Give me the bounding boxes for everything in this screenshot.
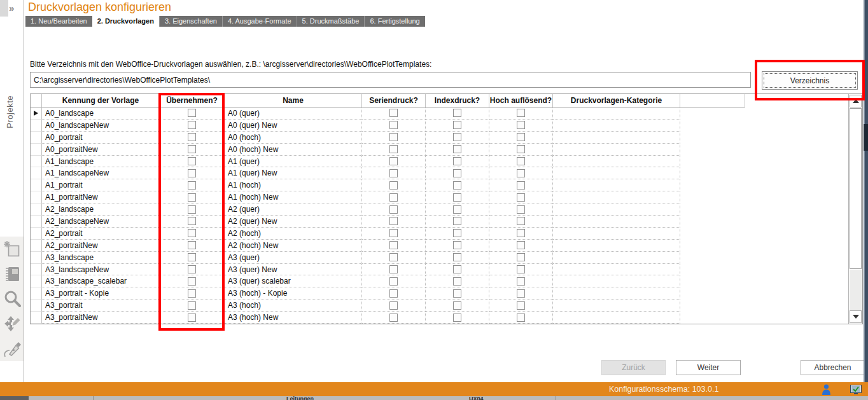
cell-seriendruck[interactable] (362, 191, 426, 203)
scrollbar-up-button[interactable] (850, 95, 862, 107)
uebernehmen-checkbox[interactable] (188, 181, 196, 190)
cell-kennung[interactable]: A1_landscape (42, 156, 160, 168)
cell-seriendruck[interactable] (362, 264, 426, 276)
column-header-uebernehmen[interactable]: Übernehmen? (160, 94, 225, 107)
row-selector-cell[interactable] (31, 144, 42, 156)
seriendruck-checkbox[interactable] (389, 314, 398, 322)
cell-hochaufloesend[interactable] (489, 275, 553, 287)
cell-indexdruck[interactable] (426, 144, 489, 156)
cell-kategorie[interactable] (553, 300, 680, 312)
cell-seriendruck[interactable] (362, 179, 426, 191)
cell-uebernehmen[interactable] (160, 203, 225, 216)
hochaufloesend-checkbox[interactable] (517, 205, 525, 214)
indexdruck-checkbox[interactable] (453, 157, 461, 165)
cell-uebernehmen[interactable] (160, 132, 225, 144)
cell-name[interactable]: A3 (quer) (225, 252, 362, 264)
column-header-name[interactable]: Name (225, 94, 362, 107)
table-row[interactable]: A2_portrait A2 (hoch) (31, 228, 848, 240)
table-row[interactable]: A0_portraitNew A0 (hoch) New (31, 144, 848, 156)
cell-indexdruck[interactable] (426, 156, 489, 168)
hochaufloesend-checkbox[interactable] (517, 301, 525, 310)
table-row[interactable]: A1_landscape A1 (quer) (31, 156, 848, 168)
monitor-check-icon[interactable] (850, 385, 862, 397)
expand-chevron-icon[interactable]: » (9, 3, 14, 13)
cell-uebernehmen[interactable] (160, 144, 225, 156)
row-selector-cell[interactable] (31, 132, 42, 144)
column-header-seriendruck[interactable]: Seriendruck? (362, 94, 426, 107)
verzeichnis-button[interactable]: Verzeichnis (762, 71, 858, 90)
cell-kennung[interactable]: A0_landscapeNew (42, 120, 160, 132)
cell-kennung[interactable]: A2_landscapeNew (42, 216, 160, 228)
hochaufloesend-checkbox[interactable] (517, 145, 525, 153)
move-edit-icon[interactable] (2, 313, 22, 334)
cell-seriendruck[interactable] (362, 240, 426, 252)
cell-indexdruck[interactable] (426, 275, 489, 287)
cell-hochaufloesend[interactable] (489, 240, 553, 252)
table-row[interactable]: A3_portrait - Kopie A3 (hoch) - Kopie (31, 287, 848, 300)
cell-indexdruck[interactable] (426, 264, 489, 276)
cell-kategorie[interactable] (553, 191, 680, 203)
cell-hochaufloesend[interactable] (489, 300, 553, 312)
uebernehmen-checkbox[interactable] (188, 193, 196, 202)
cell-seriendruck[interactable] (362, 107, 426, 120)
cell-indexdruck[interactable] (426, 287, 489, 300)
uebernehmen-checkbox[interactable] (188, 157, 196, 165)
template-directory-input[interactable] (30, 72, 751, 88)
cell-seriendruck[interactable] (362, 144, 426, 156)
cell-uebernehmen[interactable] (160, 264, 225, 276)
uebernehmen-checkbox[interactable] (188, 109, 196, 117)
cancel-button[interactable]: Abbrechen (801, 360, 865, 375)
seriendruck-checkbox[interactable] (389, 265, 398, 273)
cell-kategorie[interactable] (553, 264, 680, 276)
cell-uebernehmen[interactable] (160, 287, 225, 300)
column-header-kategorie[interactable]: Druckvorlagen-Kategorie (553, 94, 680, 107)
hochaufloesend-checkbox[interactable] (517, 253, 525, 261)
indexdruck-checkbox[interactable] (453, 241, 461, 249)
cell-seriendruck[interactable] (362, 156, 426, 168)
tab-2[interactable]: 2. Druckvorlagen (92, 16, 159, 27)
cell-name[interactable]: A2 (hoch) New (225, 240, 362, 252)
cell-uebernehmen[interactable] (160, 252, 225, 264)
cell-indexdruck[interactable] (426, 300, 489, 312)
hochaufloesend-checkbox[interactable] (517, 133, 525, 141)
cell-name[interactable]: A0 (quer) (225, 107, 362, 120)
cell-uebernehmen[interactable] (160, 216, 225, 228)
uebernehmen-checkbox[interactable] (188, 133, 196, 141)
cell-seriendruck[interactable] (362, 228, 426, 240)
table-row[interactable]: A2_landscape A2 (quer) (31, 203, 848, 216)
cell-name[interactable]: A3 (quer) New (225, 264, 362, 276)
cell-hochaufloesend[interactable] (489, 167, 553, 179)
seriendruck-checkbox[interactable] (389, 277, 398, 286)
cell-kategorie[interactable] (553, 275, 680, 287)
indexdruck-checkbox[interactable] (453, 229, 461, 237)
cell-indexdruck[interactable] (426, 252, 489, 264)
cell-name[interactable]: A1 (quer) New (225, 167, 362, 179)
cell-hochaufloesend[interactable] (489, 287, 553, 300)
cell-kategorie[interactable] (553, 312, 680, 324)
cell-kategorie[interactable] (553, 252, 680, 264)
row-selector-cell[interactable] (31, 228, 42, 240)
row-selector-cell[interactable] (31, 203, 42, 216)
cell-indexdruck[interactable] (426, 203, 489, 216)
hochaufloesend-checkbox[interactable] (517, 289, 525, 298)
cell-indexdruck[interactable] (426, 120, 489, 132)
cell-uebernehmen[interactable] (160, 191, 225, 203)
seriendruck-checkbox[interactable] (389, 157, 398, 165)
row-selector-cell[interactable] (31, 252, 42, 264)
uebernehmen-checkbox[interactable] (188, 205, 196, 214)
table-row[interactable]: A3_portrait A3 (hoch) (31, 300, 848, 312)
cell-name[interactable]: A2 (quer) (225, 203, 362, 216)
seriendruck-checkbox[interactable] (389, 253, 398, 261)
seriendruck-checkbox[interactable] (389, 301, 398, 310)
cell-indexdruck[interactable] (426, 228, 489, 240)
cell-kennung[interactable]: A2_portraitNew (42, 240, 160, 252)
cell-uebernehmen[interactable] (160, 312, 225, 324)
indexdruck-checkbox[interactable] (453, 314, 461, 322)
cell-seriendruck[interactable] (362, 203, 426, 216)
cell-indexdruck[interactable] (426, 312, 489, 324)
row-selector-cell[interactable] (31, 287, 42, 300)
seriendruck-checkbox[interactable] (389, 241, 398, 249)
seriendruck-checkbox[interactable] (389, 169, 398, 177)
hochaufloesend-checkbox[interactable] (517, 277, 525, 286)
cell-name[interactable]: A3 (hoch) (225, 300, 362, 312)
